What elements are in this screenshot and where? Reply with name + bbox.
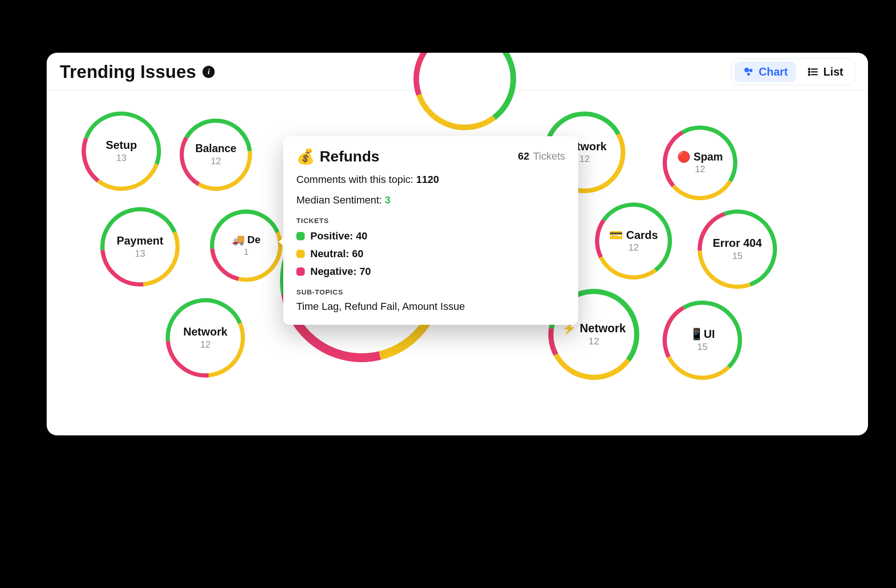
bubble-label: Error 404 <box>713 237 762 249</box>
bubble-count: 13 <box>116 153 126 163</box>
bubble-topcenter[interactable] <box>413 53 516 130</box>
sent-negative: Negative: 70 <box>310 266 371 278</box>
tooltip-ticket-word: Tickets <box>533 150 565 162</box>
bubble-count: 12 <box>200 339 210 350</box>
bubble-count: 13 <box>135 248 145 259</box>
swatch-positive-icon <box>296 232 305 240</box>
svg-point-5 <box>809 71 810 73</box>
bubble-count: 15 <box>697 342 707 352</box>
bubble-label: 📱UI <box>690 328 715 340</box>
bubble-label: Payment <box>117 235 163 247</box>
list-view-label: List <box>823 65 843 78</box>
bubble-label: 💳 Cards <box>609 229 658 241</box>
tooltip-median-line: Median Sentiment: 3 <box>296 194 565 206</box>
view-toggle: Chart List <box>731 58 855 85</box>
tooltip-subtopics: Time Lag, Refund Fail, Amount Issue <box>296 301 565 313</box>
sent-neutral: Neutral: 60 <box>310 248 364 260</box>
bubble-network-left[interactable]: Network12 <box>166 298 245 378</box>
bubble-chart-icon <box>743 66 754 77</box>
bubble-cards[interactable]: 💳 Cards12 <box>595 203 672 280</box>
svg-point-0 <box>744 68 749 72</box>
svg-point-7 <box>809 74 810 76</box>
tooltip-ticket-count: 62 <box>518 150 529 162</box>
bubble-error404[interactable]: Error 40415 <box>698 210 777 289</box>
bubble-tooltip: 💰 Refunds 62 Tickets Comments with this … <box>283 136 578 325</box>
swatch-negative-icon <box>296 267 305 276</box>
chart-view-label: Chart <box>759 65 788 78</box>
tooltip-section-tickets: TICKETS <box>296 217 565 224</box>
bubble-label: 🔴 Spam <box>677 151 723 163</box>
bubble-ui[interactable]: 📱UI15 <box>663 301 742 380</box>
bubble-label: Balance <box>195 143 236 154</box>
bubble-balance[interactable]: Balance12 <box>180 119 252 191</box>
page-title: Trending Issues <box>60 62 196 82</box>
bubble-spam[interactable]: 🔴 Spam12 <box>663 126 737 200</box>
bubble-count: 12 <box>588 336 599 347</box>
svg-point-2 <box>747 73 750 76</box>
info-icon[interactable]: i <box>203 66 215 78</box>
bubble-delivery[interactable]: 🚚 De1 <box>210 210 282 282</box>
chart-view-button[interactable]: Chart <box>735 62 797 82</box>
list-icon <box>807 66 819 77</box>
trending-issues-card: Trending Issues i Chart List <box>47 53 868 435</box>
bubble-count: 12 <box>210 156 221 167</box>
bubble-label: Setup <box>106 139 137 151</box>
bubble-setup[interactable]: Setup13 <box>82 112 161 191</box>
bubble-field: Setup13 Balance12 Payment13 🚚 De1 Networ… <box>47 91 868 435</box>
bubble-label: Network <box>183 326 228 338</box>
bubble-count: 15 <box>732 251 742 261</box>
bubble-count: 12 <box>695 164 705 175</box>
svg-point-3 <box>809 69 810 70</box>
tooltip-comments-line: Comments with this topic: 1120 <box>296 174 565 186</box>
bubble-payment[interactable]: Payment13 <box>100 207 180 287</box>
tooltip-emoji-icon: 💰 <box>296 147 315 165</box>
tooltip-section-subtopics: SUB-TOPICS <box>296 288 565 296</box>
bubble-label: 🚚 De <box>232 234 260 245</box>
svg-point-1 <box>749 69 752 72</box>
bubble-count: 12 <box>628 242 638 253</box>
bubble-count: 12 <box>579 154 589 164</box>
tooltip-pointer-icon <box>279 237 284 246</box>
swatch-neutral-icon <box>296 250 305 258</box>
bubble-count: 1 <box>244 247 249 257</box>
list-view-button[interactable]: List <box>799 62 852 82</box>
sent-positive: Positive: 40 <box>310 230 367 242</box>
tooltip-title: Refunds <box>320 148 379 165</box>
